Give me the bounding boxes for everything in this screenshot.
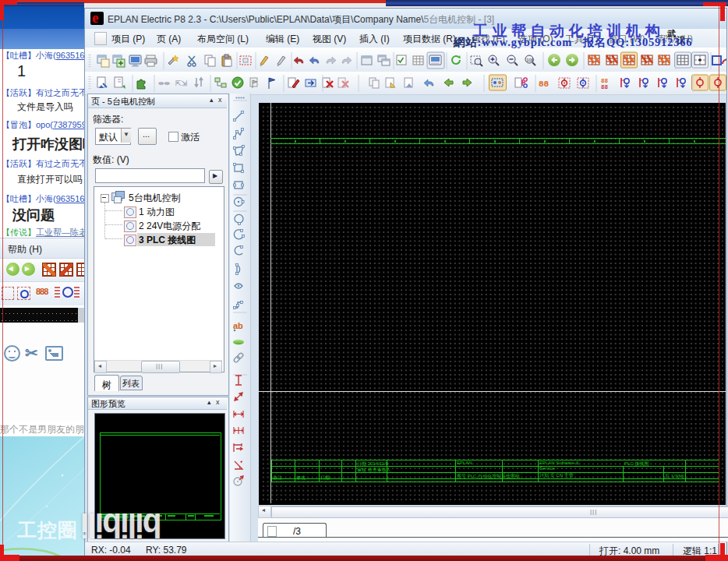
svg-text:ab: ab	[233, 321, 243, 330]
svg-text:100: 100	[526, 58, 535, 62]
svg-text:88: 88	[601, 84, 609, 90]
svg-text:88: 88	[601, 78, 609, 84]
svg-text:88: 88	[539, 79, 550, 89]
svg-text:⇹⇹: ⇹⇹	[158, 79, 171, 87]
svg-text:⇱⇲: ⇱⇲	[175, 79, 188, 87]
